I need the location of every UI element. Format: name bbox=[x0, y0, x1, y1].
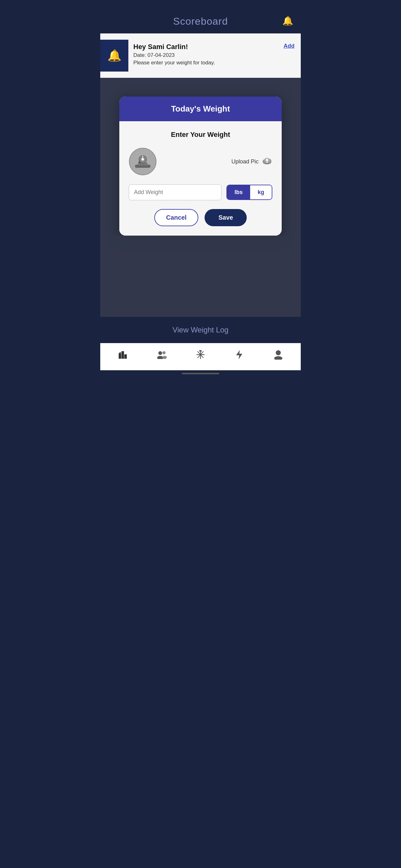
modal-icon-row: Upload Pic bbox=[129, 148, 272, 176]
view-weight-log-label: View Weight Log bbox=[172, 326, 228, 334]
unit-toggle[interactable]: lbs kg bbox=[226, 185, 272, 200]
notification-date: Date: 07-04-2023 bbox=[133, 52, 277, 58]
modal-backdrop: Today's Weight Enter Your Weight bbox=[100, 97, 301, 236]
upload-pic-area[interactable]: Upload Pic bbox=[231, 156, 272, 167]
modal-actions: Cancel Save bbox=[129, 209, 272, 226]
nav-icon-profile[interactable] bbox=[270, 348, 286, 361]
dimmed-area-below bbox=[100, 236, 301, 317]
notification-icon-box: 🔔 bbox=[100, 40, 128, 71]
notification-content: Hey Sami Carlin! Date: 07-04-2023 Please… bbox=[128, 40, 280, 69]
modal-header: Today's Weight bbox=[119, 97, 282, 121]
modal-subtitle: Enter Your Weight bbox=[129, 131, 272, 139]
nav-icon-timer[interactable] bbox=[193, 348, 208, 361]
svg-point-17 bbox=[162, 351, 166, 354]
notification-add-button[interactable]: Add bbox=[280, 40, 295, 50]
svg-marker-20 bbox=[236, 350, 242, 359]
nav-icon-chart[interactable] bbox=[115, 348, 131, 361]
page-title: Scoreboard bbox=[173, 16, 228, 27]
cancel-button[interactable]: Cancel bbox=[154, 209, 199, 226]
home-indicator bbox=[100, 370, 301, 377]
svg-rect-13 bbox=[267, 160, 268, 163]
header: Scoreboard 🔔 bbox=[100, 0, 301, 33]
unit-kg-button[interactable]: kg bbox=[250, 185, 272, 199]
modal-header-title: Today's Weight bbox=[126, 104, 275, 114]
svg-point-15 bbox=[158, 351, 162, 355]
unit-lbs-button[interactable]: lbs bbox=[227, 185, 250, 199]
main-content: Today's Weight Enter Your Weight bbox=[100, 78, 301, 236]
save-button[interactable]: Save bbox=[205, 209, 247, 226]
notification-bell-icon: 🔔 bbox=[107, 49, 122, 62]
notification-greeting: Hey Sami Carlin! bbox=[133, 43, 277, 51]
upload-pic-label: Upload Pic bbox=[231, 158, 259, 165]
svg-rect-19 bbox=[199, 350, 202, 351]
nav-icon-lightning[interactable] bbox=[231, 348, 247, 361]
header-bell-icon[interactable]: 🔔 bbox=[282, 16, 293, 26]
modal-inputs-row: lbs kg bbox=[129, 184, 272, 200]
page-wrapper: Scoreboard 🔔 🔔 Hey Sami Carlin! Date: 07… bbox=[100, 0, 301, 868]
nav-icon-users[interactable] bbox=[154, 348, 170, 361]
notification-card: 🔔 Hey Sami Carlin! Date: 07-04-2023 Plea… bbox=[100, 33, 301, 78]
svg-point-14 bbox=[119, 352, 121, 354]
svg-point-18 bbox=[162, 356, 167, 359]
weight-input[interactable] bbox=[129, 184, 222, 200]
bottom-nav bbox=[100, 343, 301, 370]
modal: Today's Weight Enter Your Weight bbox=[119, 97, 282, 236]
notification-message: Please enter your weight for today. bbox=[133, 60, 277, 66]
weight-scale-icon bbox=[129, 148, 157, 176]
svg-rect-5 bbox=[142, 156, 143, 158]
upload-cloud-icon bbox=[262, 156, 272, 167]
svg-point-21 bbox=[276, 350, 281, 355]
modal-body: Enter Your Weight bbox=[119, 121, 282, 236]
view-weight-log-bar[interactable]: View Weight Log bbox=[100, 317, 301, 343]
svg-point-4 bbox=[141, 158, 144, 161]
home-indicator-line bbox=[182, 373, 219, 374]
svg-point-22 bbox=[274, 356, 282, 360]
